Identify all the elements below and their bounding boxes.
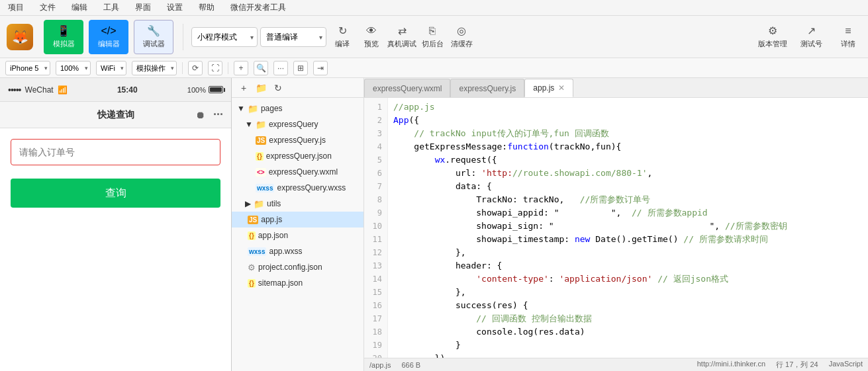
battery-icon bbox=[209, 86, 223, 93]
app-js-item[interactable]: JS app.js bbox=[232, 212, 363, 227]
phone-status-bar: ••••• WeChat 📶 15:40 100% bbox=[0, 78, 231, 102]
mode-select[interactable]: 小程序模式 插件模式 bbox=[191, 27, 258, 47]
status-right: http://mini.i.thinker.cn 行 17，列 24 JavaS… bbox=[697, 360, 863, 370]
fullscreen-button[interactable]: ⛶ bbox=[208, 61, 222, 75]
expressQuery-wxml-icon: <> bbox=[256, 168, 266, 177]
menu-help[interactable]: 帮助 bbox=[196, 1, 217, 15]
menu-edit[interactable]: 编辑 bbox=[69, 1, 90, 15]
network-select[interactable]: WiFi bbox=[96, 61, 126, 75]
menu-ui[interactable]: 界面 bbox=[132, 1, 154, 15]
expressQuery-js-item[interactable]: JS expressQuery.js bbox=[232, 132, 363, 148]
real-debug-label: 真机调试 bbox=[387, 39, 416, 49]
mode-select-wrapper: 小程序模式 插件模式 bbox=[191, 27, 258, 47]
expressQuery-wxml-label: expressQuery.wxml bbox=[269, 167, 338, 177]
clear-cache-button[interactable]: ◎ 清缓存 bbox=[448, 24, 475, 49]
device-select[interactable]: iPhone 5 bbox=[5, 61, 50, 75]
compile-select[interactable]: 普通编译 自定义编译 bbox=[260, 27, 326, 47]
version-button[interactable]: ⚙ 版本管理 bbox=[758, 24, 787, 49]
preview-label: 预览 bbox=[364, 39, 379, 49]
nav-record-button[interactable]: ⏺ bbox=[195, 110, 205, 120]
project-config-item[interactable]: ⚙ project.config.json bbox=[232, 259, 363, 275]
app-logo: 🦊 bbox=[7, 24, 33, 50]
app-wxss-icon: wxss bbox=[248, 247, 266, 256]
tab-app-js-close[interactable]: ✕ bbox=[558, 83, 565, 93]
test-button[interactable]: ↗ 测试号 bbox=[798, 24, 824, 49]
menu-tools[interactable]: 工具 bbox=[101, 1, 122, 15]
rotate-button[interactable]: ⟳ bbox=[188, 61, 203, 75]
file-toolbar: + 📁 ↻ bbox=[232, 78, 363, 98]
order-number-input[interactable] bbox=[11, 139, 220, 165]
menu-project[interactable]: 项目 bbox=[5, 1, 26, 15]
tab-expressQuery-wxml[interactable]: expressQuery.wxml bbox=[364, 79, 450, 97]
menu-file[interactable]: 文件 bbox=[37, 1, 58, 15]
app-wxss-item[interactable]: wxss app.wxss bbox=[232, 243, 363, 259]
sim-ops-select[interactable]: 模拟操作 bbox=[132, 61, 177, 75]
add-file-button[interactable]: + bbox=[234, 61, 248, 75]
app-json-icon: {} bbox=[248, 231, 256, 240]
backend-button[interactable]: ⎘ 切后台 bbox=[419, 25, 446, 49]
utils-folder-item[interactable]: ▶ 📁 utils bbox=[232, 196, 363, 212]
expressQuery-wxml-item[interactable]: <> expressQuery.wxml bbox=[232, 164, 363, 180]
editor-button[interactable]: </> 编辑器 bbox=[89, 20, 128, 54]
status-right: 100% bbox=[187, 86, 223, 94]
more-button[interactable]: ··· bbox=[273, 61, 288, 75]
debugger-icon: 🔧 bbox=[147, 24, 160, 37]
toolbar-sep-1 bbox=[183, 24, 183, 50]
version-icon: ⚙ bbox=[768, 24, 777, 37]
zoom-select[interactable]: 100% bbox=[56, 61, 91, 75]
nav-more-button[interactable]: ··· bbox=[213, 108, 223, 122]
app-json-item[interactable]: {} app.json bbox=[232, 227, 363, 243]
expressQuery-folder-item[interactable]: ▼ 📁 expressQuery bbox=[232, 116, 363, 132]
tab-app-js[interactable]: app.js ✕ bbox=[524, 79, 573, 97]
details-button[interactable]: ≡ 详情 bbox=[835, 25, 861, 49]
simulator-button[interactable]: 📱 模拟器 bbox=[44, 20, 83, 54]
test-icon: ↗ bbox=[807, 24, 816, 37]
expressQuery-js-icon: JS bbox=[256, 136, 266, 145]
pages-folder-icon: 📁 bbox=[248, 104, 258, 114]
app-wxss-label: app.wxss bbox=[269, 247, 302, 256]
expressQuery-wxss-label: expressQuery.wxss bbox=[277, 183, 346, 192]
signal-dots: ••••• bbox=[8, 85, 21, 95]
editor-tabs: expressQuery.wxml expressQuery.js app.js… bbox=[364, 78, 868, 98]
tab-expressQuery-wxml-label: expressQuery.wxml bbox=[373, 84, 442, 93]
code-content[interactable]: //app.jsApp({ // trackNo input传入的订单号,fun… bbox=[388, 98, 868, 358]
query-button[interactable]: 查询 bbox=[11, 179, 220, 208]
preview-button[interactable]: 👁 预览 bbox=[358, 25, 385, 49]
pages-folder-arrow: ▼ bbox=[237, 104, 245, 113]
refresh-button[interactable]: ↻ bbox=[271, 81, 285, 95]
position-label: 行 17，列 24 bbox=[776, 360, 818, 370]
search-button[interactable]: 🔍 bbox=[254, 61, 268, 75]
device-select-wrapper: iPhone 5 bbox=[5, 61, 50, 75]
network-select-wrapper: WiFi bbox=[96, 61, 126, 75]
sitemap-icon: {} bbox=[248, 279, 256, 288]
sitemap-item[interactable]: {} sitemap.json bbox=[232, 275, 363, 291]
pages-folder-item[interactable]: ▼ 📁 pages bbox=[232, 101, 363, 116]
compile-label: 编译 bbox=[335, 39, 350, 49]
menu-settings[interactable]: 设置 bbox=[164, 1, 185, 15]
carrier-label: WeChat bbox=[25, 85, 54, 95]
secondary-toolbar: iPhone 5 100% WiFi 模拟操作 ⟳ ⛶ + 🔍 ··· ⊞ ⇥ bbox=[0, 58, 868, 78]
new-folder-button[interactable]: 📁 bbox=[254, 81, 267, 95]
real-debug-icon: ⇄ bbox=[398, 24, 407, 37]
preview-icon: 👁 bbox=[366, 25, 377, 37]
time-display: 15:40 bbox=[117, 85, 138, 95]
real-debug-button[interactable]: ⇄ 真机调试 bbox=[387, 24, 416, 49]
version-label: 版本管理 bbox=[758, 39, 787, 49]
simulator-icon: 📱 bbox=[57, 24, 70, 37]
phone-content: 查询 bbox=[0, 128, 231, 371]
new-file-button[interactable]: + bbox=[237, 81, 250, 95]
backend-icon: ⎘ bbox=[429, 25, 436, 37]
phone-simulator: ••••• WeChat 📶 15:40 100% 快递查询 ··· ⏺ 查询 bbox=[0, 78, 232, 371]
compile-button[interactable]: ↻ 编译 bbox=[329, 24, 356, 49]
menu-wechat-devtools[interactable]: 微信开发者工具 bbox=[228, 1, 289, 15]
expressQuery-json-item[interactable]: {} expressQuery.json bbox=[232, 148, 363, 164]
debugger-button[interactable]: 🔧 调试器 bbox=[134, 20, 173, 54]
code-editor: expressQuery.wxml expressQuery.js app.js… bbox=[364, 78, 868, 371]
battery-pct: 100% bbox=[187, 86, 206, 94]
file-explorer: + 📁 ↻ ▼ 📁 pages ▼ 📁 expressQuery JS expr… bbox=[232, 78, 364, 371]
expressQuery-wxss-item[interactable]: wxss expressQuery.wxss bbox=[232, 180, 363, 196]
code-area[interactable]: 12345678910111213141516171819202122 //ap… bbox=[364, 98, 868, 358]
config-button[interactable]: ⊞ bbox=[293, 61, 308, 75]
expand-button[interactable]: ⇥ bbox=[313, 61, 328, 75]
tab-expressQuery-js[interactable]: expressQuery.js bbox=[450, 79, 524, 97]
